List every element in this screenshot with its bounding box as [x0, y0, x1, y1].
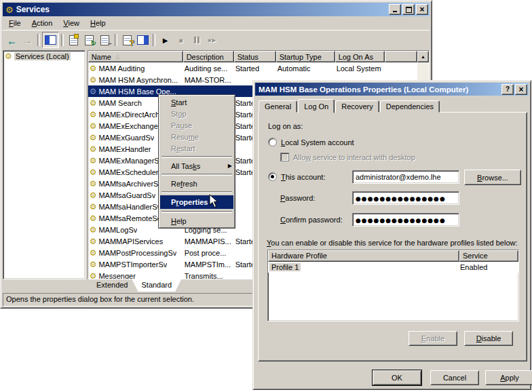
- context-menu-item[interactable]: Properties: [160, 195, 233, 209]
- service-name: MAMfsaArchiverSv: [98, 180, 162, 188]
- service-name: MAMMAPIServices: [98, 237, 163, 246]
- refresh-button[interactable]: ↻: [81, 33, 97, 47]
- service-name: MAM HSM Asynchron...: [98, 76, 178, 84]
- column-hardware-profile[interactable]: Hardware Profile: [268, 250, 459, 262]
- tab-log-on[interactable]: Log On: [298, 99, 335, 113]
- tab-dependencies[interactable]: Dependencies: [380, 100, 440, 113]
- column-service[interactable]: Service: [459, 250, 518, 262]
- restart-service-button[interactable]: ■ ▶: [204, 33, 220, 47]
- menu-action[interactable]: Action: [26, 18, 58, 28]
- maximize-button[interactable]: [402, 4, 415, 15]
- minimize-button[interactable]: [389, 4, 401, 15]
- column-header-log-on-as[interactable]: Log On As: [335, 51, 385, 62]
- service-startup-type: Automatic: [276, 64, 335, 73]
- profiles-description: You can enable or disable this service f…: [267, 239, 518, 247]
- service-description: Auditing se...: [183, 64, 234, 73]
- context-menu-item[interactable]: Help: [160, 215, 233, 227]
- service-name: Messenger: [98, 272, 135, 279]
- service-icon: ⚙: [90, 134, 97, 142]
- stop-service-button[interactable]: ■: [173, 33, 189, 47]
- pause-service-button[interactable]: [189, 33, 204, 47]
- dialog-close-button[interactable]: ×: [515, 84, 527, 95]
- scroll-up-button[interactable]: ▲: [417, 51, 429, 62]
- menu-view[interactable]: View: [58, 18, 85, 28]
- context-menu-item[interactable]: Refresh: [160, 178, 233, 189]
- tree-item-label: Services (Local): [14, 52, 71, 60]
- context-menu-item[interactable]: Resume: [160, 131, 233, 142]
- tab-extended[interactable]: Extended: [87, 279, 137, 292]
- properties-button[interactable]: [66, 33, 81, 47]
- restart-service-icon: ■: [208, 37, 212, 43]
- service-description: Post proce...: [183, 249, 234, 257]
- tab-general[interactable]: General: [259, 100, 297, 113]
- list-header: Name △ Description Status Startup Type L…: [88, 51, 429, 62]
- profile-row[interactable]: Profile 1 Enabled: [268, 262, 518, 273]
- confirm-password-input[interactable]: ●●●●●●●●●●●●●●●: [352, 213, 459, 227]
- account-input[interactable]: administrator@xdemo.lhe: [352, 170, 459, 184]
- tab-standard[interactable]: Standard: [132, 279, 181, 292]
- menu-separator: [162, 174, 232, 176]
- services-titlebar[interactable]: ⚙ Services ×: [3, 3, 430, 16]
- menu-bar: File Action View Help: [3, 16, 430, 30]
- service-name: MAMLogSv: [98, 226, 137, 234]
- help-button[interactable]: ?: [119, 33, 135, 47]
- log-on-as-label: Log on as:: [268, 122, 303, 130]
- service-icon: ⚙: [90, 249, 97, 257]
- context-menu-item[interactable]: Pause: [160, 119, 233, 131]
- start-service-button[interactable]: ▶: [157, 33, 173, 47]
- column-header-description[interactable]: Description: [183, 51, 234, 62]
- toolbar-separator: [115, 34, 117, 46]
- dialog-tabs: General Log On Recovery Dependencies: [259, 98, 529, 113]
- local-system-radio[interactable]: [268, 138, 277, 146]
- dialog-close-icon: ×: [518, 85, 523, 94]
- this-account-label: This account:: [281, 173, 325, 181]
- menu-file[interactable]: File: [3, 18, 26, 28]
- column-header-status[interactable]: Status: [234, 51, 276, 62]
- this-account-radio[interactable]: [268, 172, 277, 181]
- disable-button[interactable]: Disable: [464, 331, 513, 346]
- toolbar: ← → ↻ → ? ▶ ■ ■ ▶: [3, 30, 430, 50]
- service-description: MAMMAPIS...: [183, 237, 234, 246]
- menu-separator: [162, 191, 232, 193]
- show-console-tree-button[interactable]: [42, 32, 59, 48]
- stop-service-icon: ■: [178, 37, 183, 44]
- service-icon: ⚙: [90, 226, 97, 234]
- back-button[interactable]: ←: [4, 33, 20, 47]
- context-menu-item[interactable]: Restart: [160, 142, 233, 154]
- export-list-button[interactable]: →: [97, 33, 113, 47]
- forward-button[interactable]: →: [20, 33, 35, 47]
- context-menu-item[interactable]: All Tasks▶: [160, 160, 233, 172]
- service-log-on-as: Local System: [335, 64, 385, 73]
- interact-desktop-option: Allow service to interact with desktop: [280, 153, 415, 161]
- enable-button[interactable]: Enable: [408, 331, 457, 346]
- ok-button[interactable]: OK: [373, 370, 421, 385]
- service-row[interactable]: ⚙MAM AuditingAuditing se...StartedAutoma…: [88, 62, 417, 74]
- browse-button[interactable]: Browse...: [464, 170, 521, 185]
- context-menu-item[interactable]: Stop: [160, 108, 233, 119]
- service-name: MAM Search: [98, 99, 142, 107]
- password-input[interactable]: ●●●●●●●●●●●●●●●: [352, 191, 459, 205]
- password-label: Password:: [280, 194, 315, 202]
- context-menu-item[interactable]: Start: [160, 96, 233, 108]
- dialog-help-button[interactable]: ?: [501, 84, 514, 95]
- toolbar-separator: [153, 34, 155, 46]
- cancel-button[interactable]: Cancel: [430, 370, 479, 385]
- show-detail-pane-button[interactable]: [135, 33, 151, 47]
- column-header-name[interactable]: Name △: [88, 51, 183, 62]
- column-header-startup-type[interactable]: Startup Type: [276, 51, 335, 62]
- dialog-titlebar[interactable]: MAM HSM Base Operations Properties (Loca…: [255, 83, 529, 96]
- close-button[interactable]: ×: [416, 4, 428, 15]
- service-icon: ⚙: [90, 111, 97, 119]
- interact-desktop-checkbox[interactable]: [280, 153, 289, 161]
- apply-button[interactable]: Apply: [485, 370, 532, 385]
- toolbar-separator: [61, 34, 64, 46]
- forward-icon: →: [22, 35, 33, 45]
- menu-help[interactable]: Help: [85, 18, 111, 28]
- tab-recovery[interactable]: Recovery: [335, 100, 379, 113]
- service-icon: ⚙: [90, 180, 97, 188]
- service-icon: ⚙: [90, 191, 97, 199]
- tree-item-services-local[interactable]: ⚙ Services (Local): [5, 52, 83, 60]
- service-name: MAMfsaHandlerSv: [98, 203, 161, 211]
- hardware-profiles-list: Hardware Profile Service Profile 1 Enabl…: [267, 250, 519, 321]
- service-icon: ⚙: [90, 272, 97, 279]
